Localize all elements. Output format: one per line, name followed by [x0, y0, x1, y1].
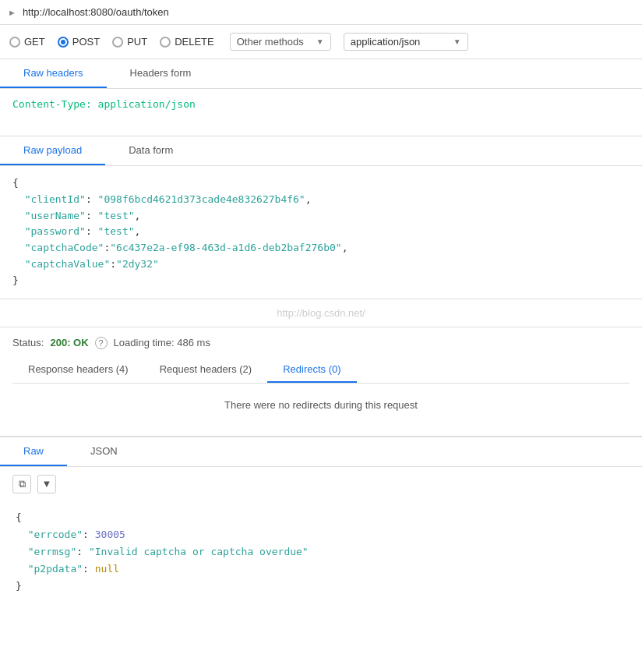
no-redirects-message: There were no redirects during this requ… — [12, 384, 630, 426]
response-json: { "errcode": 30005 "errmsg": "Invalid ca… — [0, 501, 642, 603]
content-type-label: application/json — [351, 36, 450, 48]
radio-delete — [160, 37, 171, 48]
method-bar: GET POST PUT DELETE Other methods ▼ appl… — [0, 25, 642, 59]
method-get[interactable]: GET — [9, 36, 45, 48]
radio-post — [58, 37, 69, 48]
toolbar-icons: ⧉ ▼ — [0, 467, 642, 501]
put-label: PUT — [127, 36, 147, 48]
json-line-4: "password": "test", — [12, 224, 630, 240]
watermark-text: http://blog.csdn.net/ — [277, 307, 365, 319]
post-label: POST — [72, 36, 100, 48]
json-line-6: "captchaValue":"2dy32" — [12, 256, 630, 273]
json-line-2: "clientId": "098f6bcd4621d373cade4e83262… — [12, 192, 630, 208]
status-row: Status: 200: OK ? Loading time: 486 ms — [12, 337, 630, 349]
tab-raw-response[interactable]: Raw — [0, 437, 67, 466]
content-type-dropdown[interactable]: application/json ▼ — [344, 33, 468, 51]
other-methods-arrow-icon: ▼ — [316, 37, 324, 46]
other-methods-label: Other methods — [237, 36, 313, 48]
tab-headers-form[interactable]: Headers form — [107, 59, 215, 88]
tab-request-headers[interactable]: Request headers (2) — [144, 357, 268, 383]
method-delete[interactable]: DELETE — [160, 36, 214, 48]
payload-json: { "clientId": "098f6bcd4621d373cade4e832… — [0, 166, 642, 299]
expand-icon[interactable]: ► — [8, 8, 16, 17]
resp-brace-open: { — [16, 509, 626, 526]
download-button[interactable]: ▼ — [37, 475, 56, 493]
url-bar: ► http://localhost:8080/oauth/token — [0, 0, 642, 25]
resp-errmsg: "errmsg": "Invalid captcha or captcha ov… — [16, 543, 626, 561]
tab-raw-headers[interactable]: Raw headers — [0, 59, 107, 88]
download-icon: ▼ — [42, 478, 52, 490]
payload-section: Raw payload Data form { "clientId": "098… — [0, 136, 642, 299]
resp-errcode: "errcode": 30005 — [16, 526, 626, 543]
resp-brace-close: } — [16, 578, 626, 595]
header-value: Content-Type: application/json — [12, 98, 196, 110]
tab-json-response[interactable]: JSON — [67, 437, 141, 466]
delete-label: DELETE — [175, 36, 214, 48]
radio-put — [112, 37, 123, 48]
response-body-tabs: Raw JSON — [0, 437, 642, 467]
json-line-7: } — [12, 273, 630, 289]
headers-section: Raw headers Headers form Content-Type: a… — [0, 59, 642, 136]
copy-button[interactable]: ⧉ — [12, 475, 31, 493]
content-type-arrow-icon: ▼ — [453, 37, 461, 46]
status-section: Status: 200: OK ? Loading time: 486 ms R… — [0, 327, 642, 437]
headers-content: Content-Type: application/json — [0, 89, 642, 136]
copy-icon: ⧉ — [19, 478, 26, 490]
tab-redirects[interactable]: Redirects (0) — [267, 357, 356, 383]
json-line-1: { — [12, 175, 630, 192]
tab-raw-payload[interactable]: Raw payload — [0, 136, 105, 165]
tab-response-headers[interactable]: Response headers (4) — [12, 357, 144, 383]
radio-get — [9, 37, 20, 48]
other-methods-dropdown[interactable]: Other methods ▼ — [230, 33, 331, 51]
status-code: 200: OK — [50, 337, 88, 348]
response-tabs: Response headers (4) Request headers (2)… — [12, 357, 630, 384]
status-label: Status: — [12, 337, 44, 348]
response-body-section: Raw JSON ⧉ ▼ { "errcode": 30005 "errmsg"… — [0, 437, 642, 603]
method-put[interactable]: PUT — [112, 36, 147, 48]
resp-p2pdata: "p2pdata": null — [16, 561, 626, 578]
tab-data-form[interactable]: Data form — [105, 136, 196, 165]
json-line-5: "captchaCode":"6c437e2a-ef98-463d-a1d6-d… — [12, 240, 630, 256]
method-post[interactable]: POST — [58, 36, 100, 48]
url-text: http://localhost:8080/oauth/token — [23, 6, 169, 18]
get-label: GET — [24, 36, 45, 48]
payload-tabs: Raw payload Data form — [0, 136, 642, 166]
watermark: http://blog.csdn.net/ — [0, 299, 642, 327]
json-line-3: "userName": "test", — [12, 208, 630, 225]
header-tabs: Raw headers Headers form — [0, 59, 642, 89]
loading-time: Loading time: 486 ms — [114, 337, 210, 348]
help-icon[interactable]: ? — [95, 337, 108, 349]
